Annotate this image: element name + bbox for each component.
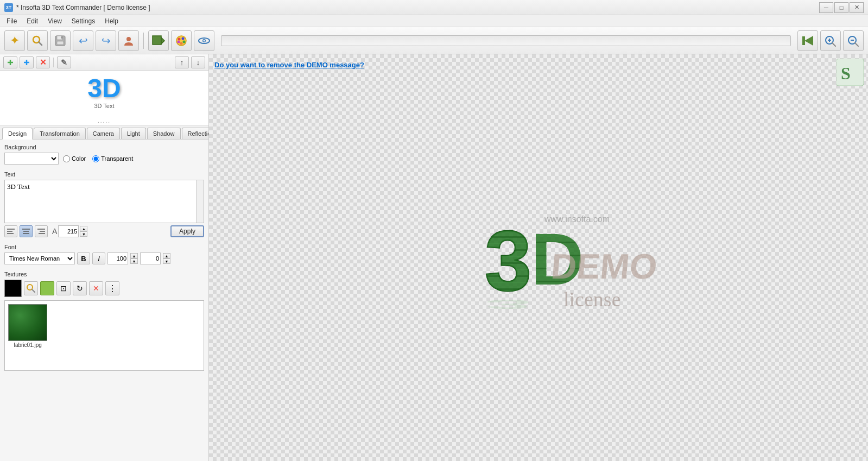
align-right-button[interactable] <box>35 225 48 237</box>
texture-name: fabric01.jpg <box>14 342 42 348</box>
tab-transformation[interactable]: Transformation <box>34 128 86 139</box>
font-select[interactable]: Times New Roman Arial Verdana Georgia Co… <box>4 252 75 264</box>
resize-handle[interactable]: ..... <box>98 118 111 124</box>
save-button[interactable] <box>50 30 71 51</box>
eye-button[interactable] <box>194 30 214 51</box>
apply-button[interactable]: Apply <box>170 225 204 237</box>
texture-item[interactable]: fabric01.jpg <box>7 303 48 349</box>
toolbar: ✦ ↩ ↪ <box>0 27 868 54</box>
transparent-radio[interactable] <box>92 155 99 162</box>
svg-point-12 <box>183 40 186 43</box>
font-size-up[interactable]: ▲ <box>130 253 138 258</box>
color-radio[interactable] <box>63 155 70 162</box>
texture-crop-button[interactable]: ⊡ <box>56 281 71 295</box>
design-tabs: Design Transformation Camera Light Shado… <box>0 125 208 140</box>
color-radio-text: Color <box>72 155 86 162</box>
svg-line-41 <box>32 289 35 292</box>
texture-list: fabric01.jpg <box>4 300 204 371</box>
font-rotation-input[interactable] <box>140 252 161 264</box>
texture-search-button[interactable] <box>24 281 38 295</box>
toolbar-separator <box>143 33 144 49</box>
text-size-icon: A <box>52 227 57 236</box>
transparent-radio-label[interactable]: Transparent <box>92 155 133 162</box>
textures-label: Textures <box>4 271 204 277</box>
text-size-input[interactable] <box>58 225 79 237</box>
menu-settings[interactable]: Settings <box>67 16 99 26</box>
align-left-button[interactable] <box>4 225 17 237</box>
text-section: Text 3D Text <box>4 171 204 237</box>
background-label: Background <box>4 144 204 150</box>
menu-edit[interactable]: Edit <box>22 16 42 26</box>
texture-color-box[interactable] <box>4 280 22 297</box>
menu-help[interactable]: Help <box>100 16 123 26</box>
svg-point-14 <box>180 42 183 45</box>
font-size-input[interactable] <box>107 252 128 264</box>
tab-shadow[interactable]: Shadow <box>147 128 181 139</box>
svg-rect-4 <box>57 41 64 45</box>
tab-design[interactable]: Design <box>2 128 33 140</box>
toolbar-right <box>797 30 864 51</box>
italic-button[interactable]: I <box>92 252 105 264</box>
minimize-button[interactable]: ─ <box>819 2 833 13</box>
texture-color-button[interactable] <box>40 281 54 295</box>
edit-object-button[interactable]: ✎ <box>57 56 71 68</box>
header-separator <box>53 58 54 67</box>
tab-camera[interactable]: Camera <box>87 128 120 139</box>
svg-line-1 <box>39 42 42 45</box>
texture-more-button[interactable]: ⋮ <box>105 281 119 295</box>
add-layer-button[interactable] <box>20 56 34 68</box>
color-radio-label[interactable]: Color <box>63 155 86 162</box>
background-select[interactable] <box>4 153 59 165</box>
logo-svg: www.insofta.com 3 3 3 <box>479 189 664 325</box>
svg-line-23 <box>832 43 835 46</box>
left-panel: ✕ ✎ ↑ ↓ 3D 3D Text ..... Design Transfor… <box>0 54 209 461</box>
svg-marker-18 <box>804 36 813 46</box>
texture-refresh-button[interactable]: ↻ <box>73 281 87 295</box>
svg-point-10 <box>178 37 181 40</box>
zoom-in-button[interactable] <box>820 30 841 51</box>
texture-thumbnail <box>8 304 47 341</box>
person-button[interactable] <box>118 30 139 51</box>
nav-back-button[interactable] <box>797 30 818 51</box>
palette-button[interactable] <box>171 30 192 51</box>
window-controls: ─ □ ✕ <box>819 2 864 13</box>
transparent-radio-text: Transparent <box>101 155 133 162</box>
text-size-down[interactable]: ▼ <box>80 231 87 237</box>
menu-view[interactable]: View <box>43 16 66 26</box>
svg-text:3: 3 <box>485 296 531 311</box>
font-rot-up[interactable]: ▲ <box>163 253 170 258</box>
menu-file[interactable]: File <box>2 16 21 26</box>
undo-button[interactable]: ↩ <box>73 30 93 51</box>
font-size-down[interactable]: ▼ <box>130 258 138 264</box>
thumbnail-label: 3D Text <box>94 103 114 109</box>
remove-object-button[interactable]: ✕ <box>36 56 50 68</box>
search-button[interactable] <box>27 30 48 51</box>
design-content: Background Color Transparent <box>0 140 208 461</box>
move-down-button[interactable]: ↓ <box>191 56 205 68</box>
wand-button[interactable]: ✦ <box>4 30 25 51</box>
demo-link[interactable]: Do you want to remove the DEMO message? <box>214 61 364 69</box>
close-button[interactable]: ✕ <box>850 2 864 13</box>
move-up-button[interactable]: ↑ <box>175 56 189 68</box>
zoom-out-button[interactable] <box>843 30 864 51</box>
record-button[interactable] <box>148 30 169 51</box>
text-scrollbar[interactable] <box>196 180 204 223</box>
align-center-button[interactable] <box>20 225 33 237</box>
font-row: Times New Roman Arial Verdana Georgia Co… <box>4 252 204 264</box>
texture-remove-button[interactable]: ✕ <box>89 281 103 295</box>
font-rot-down[interactable]: ▼ <box>163 258 170 264</box>
app-icon: 3T <box>4 3 13 12</box>
text-input[interactable]: 3D Text <box>5 180 204 221</box>
svg-point-11 <box>182 37 185 40</box>
svg-rect-19 <box>802 36 805 45</box>
tab-reflection[interactable]: Reflection <box>182 128 209 139</box>
bold-button[interactable]: B <box>77 252 90 264</box>
maximize-button[interactable]: □ <box>834 2 848 13</box>
tab-light[interactable]: Light <box>121 128 146 139</box>
background-section: Background Color Transparent <box>4 144 204 165</box>
add-object-button[interactable] <box>3 56 17 68</box>
redo-button[interactable]: ↪ <box>96 30 116 51</box>
main-layout: ✕ ✎ ↑ ↓ 3D 3D Text ..... Design Transfor… <box>0 54 868 461</box>
text-size-up[interactable]: ▲ <box>80 226 87 231</box>
window-title: * Insofta 3D Text Commander [ Demo licen… <box>16 4 150 11</box>
